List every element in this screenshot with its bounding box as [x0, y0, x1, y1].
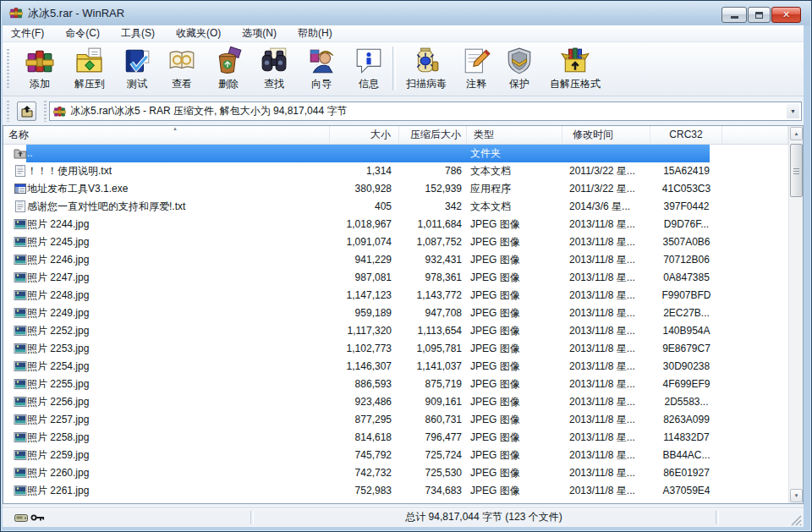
minimize-button[interactable]	[721, 7, 747, 23]
file-row[interactable]: 照片 2253.jpg1,102,7731,095,781JPEG 图像2013…	[3, 340, 788, 358]
cell-name: 照片 2249.jpg	[27, 304, 328, 322]
client-area: 文件(F)命令(C)工具(S)收藏夹(O)选项(N)帮助(H) 添加解压到测试查…	[3, 25, 804, 526]
toolbar-view-button[interactable]: 查看	[158, 42, 206, 93]
toolbar-button-label: 信息	[359, 77, 379, 91]
file-row[interactable]: 照片 2259.jpg745,792725,724JPEG 图像2013/11/…	[3, 447, 788, 464]
cell-type: JPEG 图像	[470, 251, 563, 269]
file-row[interactable]: 照片 2254.jpg1,146,3071,141,037JPEG 图像2013…	[3, 358, 788, 376]
file-row[interactable]: 照片 2261.jpg752,983734,683JPEG 图像2013/11/…	[3, 482, 788, 500]
cell-modified: 2013/11/8 星...	[569, 429, 650, 447]
menu-file[interactable]: 文件(F)	[3, 25, 52, 41]
cell-type: JPEG 图像	[470, 411, 563, 429]
menu-commands[interactable]: 命令(C)	[57, 25, 108, 41]
cell-modified: 2011/3/22 星...	[569, 162, 650, 180]
file-row[interactable]: 照片 2255.jpg886,593875,719JPEG 图像2013/11/…	[3, 376, 788, 393]
menu-options[interactable]: 选项(N)	[233, 25, 285, 41]
cell-name: 地址发布工具V3.1.exe	[27, 180, 328, 198]
cell-packed: 1,095,781	[399, 340, 462, 358]
file-row[interactable]: ！！！使用说明.txt1,314786文本文档2011/3/22 星...15A…	[3, 162, 788, 180]
menu-tools[interactable]: 工具(S)	[112, 25, 163, 41]
cell-name: 照片 2257.jpg	[27, 411, 328, 429]
resize-grip[interactable]	[791, 514, 802, 525]
maximize-button[interactable]	[748, 7, 771, 23]
vertical-scrollbar[interactable]: ▲ ▼	[788, 126, 803, 503]
wizard-icon	[307, 47, 336, 75]
toolbar-find-button[interactable]: 查找	[251, 42, 297, 93]
file-row[interactable]: 地址发布工具V3.1.exe380,928152,939应用程序2011/3/2…	[3, 180, 788, 198]
image-file-icon	[14, 359, 27, 373]
close-icon: ✕	[782, 10, 790, 19]
addressbar-gripper-2	[44, 101, 47, 122]
close-button[interactable]: ✕	[771, 7, 801, 23]
cell-type: 文件夹	[470, 145, 563, 162]
scrollbar-thumb[interactable]	[790, 144, 803, 197]
file-row[interactable]: 照片 2247.jpg987,081978,361JPEG 图像2013/11/…	[3, 269, 788, 287]
file-row[interactable]: 照片 2246.jpg941,229932,431JPEG 图像2013/11/…	[3, 251, 788, 269]
column-header-type[interactable]: 类型	[467, 126, 562, 145]
file-row[interactable]: 照片 2257.jpg877,295860,731JPEG 图像2013/11/…	[3, 411, 788, 429]
cell-type: JPEG 图像	[470, 429, 563, 447]
column-header-packed[interactable]: 压缩后大小	[399, 126, 467, 145]
column-header-name[interactable]: 名称	[3, 126, 330, 145]
scroll-up-button[interactable]: ▲	[790, 127, 803, 140]
cell-name: 感谢您一直对性吧的支持和厚爱!.txt	[27, 198, 328, 216]
key-icon	[30, 512, 46, 524]
file-row[interactable]: 照片 2256.jpg923,486909,161JPEG 图像2013/11/…	[3, 393, 788, 411]
image-file-icon	[14, 413, 27, 426]
find-icon	[260, 47, 288, 75]
file-row[interactable]: ..文件夹	[3, 145, 788, 162]
menu-help[interactable]: 帮助(H)	[289, 25, 341, 41]
cell-size: 923,486	[330, 393, 392, 411]
cell-name: 照片 2245.jpg	[27, 233, 328, 251]
file-row[interactable]: 感谢您一直对性吧的支持和厚爱!.txt405342文本文档2014/3/6 星.…	[3, 198, 788, 216]
cell-size: 987,081	[330, 269, 392, 287]
image-file-icon	[14, 342, 27, 355]
archive-path-combobox[interactable]: 冰冰5.rar\冰冰5 - RAR 压缩文件, 解包大小为 94,817,044…	[49, 101, 802, 121]
file-row[interactable]: 照片 2252.jpg1,117,3201,113,654JPEG 图像2013…	[3, 322, 788, 340]
toolbar-extract-to-button[interactable]: 解压到	[63, 42, 116, 93]
chevron-down-icon[interactable]: ▼	[787, 104, 799, 118]
scroll-down-button[interactable]: ▼	[790, 489, 803, 502]
column-header-modified[interactable]: 修改时间	[562, 126, 650, 145]
file-row[interactable]: 照片 2258.jpg814,618796,477JPEG 图像2013/11/…	[3, 429, 788, 447]
toolbar-test-button[interactable]: 测试	[116, 42, 158, 93]
file-row[interactable]: 照片 2260.jpg742,732725,530JPEG 图像2013/11/…	[3, 464, 788, 482]
cell-crc: 15A62419	[650, 162, 722, 180]
cell-name: 照片 2244.jpg	[27, 216, 328, 233]
file-row[interactable]: 照片 2245.jpg1,091,0741,087,752JPEG 图像2013…	[3, 233, 788, 251]
toolbar-info-button[interactable]: 信息	[346, 42, 392, 93]
toolbar-add-button[interactable]: 添加	[16, 42, 63, 93]
toolbar-wizard-button[interactable]: 向导	[297, 42, 346, 93]
sort-ascending-icon: ▲	[173, 126, 178, 131]
column-header-size[interactable]: 大小	[330, 126, 399, 145]
cell-packed: 978,361	[399, 269, 462, 287]
menu-favorites[interactable]: 收藏夹(O)	[167, 25, 229, 41]
file-row[interactable]: 照片 2248.jpg1,147,1231,143,772JPEG 图像2013…	[3, 287, 788, 304]
cell-name: ..	[27, 145, 328, 162]
toolbar-button-label: 删除	[218, 77, 239, 91]
column-header-crc32[interactable]: CRC32	[650, 126, 722, 145]
cell-packed: 860,731	[399, 411, 462, 429]
archive-path-text: 冰冰5.rar\冰冰5 - RAR 压缩文件, 解包大小为 94,817,044…	[70, 102, 347, 120]
cell-modified: 2014/3/6 星...	[569, 198, 650, 216]
toolbar-sfx-button[interactable]: 自解压格式	[540, 42, 610, 93]
toolbar-scan-virus-button[interactable]: 扫描病毒	[398, 42, 454, 93]
up-one-level-button[interactable]	[17, 101, 36, 121]
cell-packed: 786	[399, 162, 462, 180]
file-row[interactable]: 照片 2244.jpg1,018,9671,011,684JPEG 图像2013…	[3, 216, 788, 233]
toolbar-delete-button[interactable]: 删除	[206, 42, 251, 93]
address-bar: 冰冰5.rar\冰冰5 - RAR 压缩文件, 解包大小为 94,817,044…	[3, 97, 804, 125]
cell-crc: 70712B06	[650, 251, 722, 269]
toolbar-protect-button[interactable]: 保护	[498, 42, 540, 93]
toolbar-comment-button[interactable]: 注释	[454, 42, 498, 93]
protect-icon	[505, 47, 534, 75]
cell-crc: 2D5583...	[650, 393, 722, 411]
image-file-icon	[14, 306, 27, 320]
file-row[interactable]: 照片 2249.jpg959,189947,708JPEG 图像2013/11/…	[3, 304, 788, 322]
cell-crc: 0A847385	[650, 269, 722, 287]
cell-crc: 86E01927	[650, 464, 722, 482]
cell-name: 照片 2256.jpg	[27, 393, 328, 411]
image-file-icon	[14, 271, 27, 284]
addressbar-gripper	[7, 101, 9, 122]
cell-size: 1,314	[330, 162, 392, 180]
